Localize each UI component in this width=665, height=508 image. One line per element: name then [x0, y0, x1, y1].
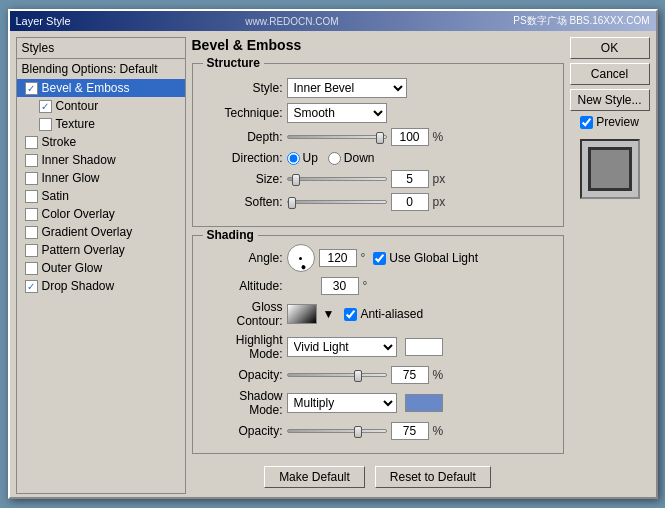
highlight-opacity-slider[interactable]	[287, 373, 387, 377]
technique-label: Technique:	[203, 106, 283, 120]
highlight-mode-select[interactable]: Vivid Light	[287, 337, 397, 357]
checkbox-pattern-overlay[interactable]	[25, 244, 38, 257]
shadow-opacity-input[interactable]	[391, 422, 429, 440]
technique-select[interactable]: Smooth	[287, 103, 387, 123]
size-label: Size:	[203, 172, 283, 186]
sidebar-item-inner-glow[interactable]: Inner Glow	[17, 169, 185, 187]
use-global-light-label[interactable]: Use Global Light	[373, 251, 478, 265]
highlight-color-swatch[interactable]	[405, 338, 443, 356]
angle-dial[interactable]	[287, 244, 315, 272]
sidebar-label-inner-shadow: Inner Shadow	[42, 153, 116, 167]
shadow-mode-select[interactable]: Multiply	[287, 393, 397, 413]
dialog-body: Styles Blending Options: Default Bevel &…	[10, 31, 656, 500]
size-row: Size: px	[203, 170, 553, 188]
direction-radio-group: Up Down	[287, 151, 375, 165]
use-global-light-checkbox[interactable]	[373, 252, 386, 265]
gloss-dropdown-arrow[interactable]: ▼	[323, 307, 335, 321]
sidebar-item-outer-glow[interactable]: Outer Glow	[17, 259, 185, 277]
sidebar-label-contour: Contour	[56, 99, 99, 113]
left-panel: Styles Blending Options: Default Bevel &…	[16, 37, 186, 494]
gloss-contour-preview[interactable]	[287, 304, 317, 324]
highlight-opacity-row: Opacity: %	[203, 366, 553, 384]
title-bar-watermark: www.REDOCN.COM	[245, 16, 338, 27]
highlight-mode-label: Highlight Mode:	[203, 333, 283, 361]
direction-up-option[interactable]: Up	[287, 151, 318, 165]
checkbox-color-overlay[interactable]	[25, 208, 38, 221]
reset-to-default-button[interactable]: Reset to Default	[375, 466, 491, 488]
highlight-opacity-input[interactable]	[391, 366, 429, 384]
shadow-mode-row: Shadow Mode: Multiply	[203, 389, 553, 417]
size-slider[interactable]	[287, 177, 387, 181]
main-section-title: Bevel & Emboss	[192, 37, 564, 53]
sidebar-label-texture: Texture	[56, 117, 95, 131]
altitude-row: Altitude: °	[203, 277, 553, 295]
styles-label: Styles	[17, 38, 185, 59]
checkbox-inner-shadow[interactable]	[25, 154, 38, 167]
new-style-button[interactable]: New Style...	[570, 89, 650, 111]
sidebar-label-color-overlay: Color Overlay	[42, 207, 115, 221]
soften-row: Soften: px	[203, 193, 553, 211]
sidebar-item-texture[interactable]: Texture	[17, 115, 185, 133]
soften-input[interactable]	[391, 193, 429, 211]
depth-unit: %	[433, 130, 444, 144]
depth-input[interactable]	[391, 128, 429, 146]
sidebar-item-stroke[interactable]: Stroke	[17, 133, 185, 151]
direction-down-option[interactable]: Down	[328, 151, 375, 165]
sidebar-label-inner-glow: Inner Glow	[42, 171, 100, 185]
angle-unit: °	[361, 251, 366, 265]
sidebar-item-pattern-overlay[interactable]: Pattern Overlay	[17, 241, 185, 259]
angle-input[interactable]	[319, 249, 357, 267]
altitude-input[interactable]	[321, 277, 359, 295]
structure-title: Structure	[203, 56, 264, 70]
shadow-mode-label: Shadow Mode:	[203, 389, 283, 417]
checkbox-texture[interactable]	[39, 118, 52, 131]
soften-slider[interactable]	[287, 200, 387, 204]
preview-checkbox[interactable]	[580, 116, 593, 129]
direction-down-radio[interactable]	[328, 152, 341, 165]
sidebar-item-drop-shadow[interactable]: Drop Shadow	[17, 277, 185, 295]
angle-row: Angle: ° Use Global Light	[203, 244, 553, 272]
checkbox-inner-glow[interactable]	[25, 172, 38, 185]
depth-row: Depth: %	[203, 128, 553, 146]
sidebar-item-satin[interactable]: Satin	[17, 187, 185, 205]
preview-inner	[588, 147, 632, 191]
right-panel: OK Cancel New Style... Preview	[570, 37, 650, 494]
preview-checkbox-container[interactable]: Preview	[580, 115, 639, 129]
sidebar-item-bevel-emboss[interactable]: Bevel & Emboss	[17, 79, 185, 97]
shadow-opacity-slider[interactable]	[287, 429, 387, 433]
style-row: Style: Inner Bevel	[203, 78, 553, 98]
direction-up-radio[interactable]	[287, 152, 300, 165]
checkbox-gradient-overlay[interactable]	[25, 226, 38, 239]
shading-section: Shading Angle: ° Use Global Light	[192, 235, 564, 454]
sidebar-item-color-overlay[interactable]: Color Overlay	[17, 205, 185, 223]
checkbox-stroke[interactable]	[25, 136, 38, 149]
sidebar-item-inner-shadow[interactable]: Inner Shadow	[17, 151, 185, 169]
layer-list: Bevel & Emboss Contour Texture Stroke	[17, 79, 185, 493]
cancel-button[interactable]: Cancel	[570, 63, 650, 85]
checkbox-satin[interactable]	[25, 190, 38, 203]
sidebar-item-gradient-overlay[interactable]: Gradient Overlay	[17, 223, 185, 241]
technique-row: Technique: Smooth	[203, 103, 553, 123]
preview-box	[580, 139, 640, 199]
sidebar-item-contour[interactable]: Contour	[17, 97, 185, 115]
style-select[interactable]: Inner Bevel	[287, 78, 407, 98]
make-default-button[interactable]: Make Default	[264, 466, 365, 488]
checkbox-bevel-emboss[interactable]	[25, 82, 38, 95]
checkbox-drop-shadow[interactable]	[25, 280, 38, 293]
highlight-opacity-label: Opacity:	[203, 368, 283, 382]
checkbox-outer-glow[interactable]	[25, 262, 38, 275]
size-input[interactable]	[391, 170, 429, 188]
style-label: Style:	[203, 81, 283, 95]
shadow-opacity-label: Opacity:	[203, 424, 283, 438]
checkbox-contour[interactable]	[39, 100, 52, 113]
anti-aliased-label[interactable]: Anti-aliased	[344, 307, 423, 321]
bottom-buttons: Make Default Reset to Default	[192, 460, 564, 494]
anti-aliased-checkbox[interactable]	[344, 308, 357, 321]
direction-label: Direction:	[203, 151, 283, 165]
title-bar: Layer Style www.REDOCN.COM PS数字广场 BBS.16…	[10, 11, 656, 31]
title-bar-right: PS数字广场 BBS.16XXX.COM	[513, 14, 649, 28]
shadow-color-swatch[interactable]	[405, 394, 443, 412]
title-bar-left: Layer Style	[16, 15, 71, 27]
depth-slider[interactable]	[287, 135, 387, 139]
ok-button[interactable]: OK	[570, 37, 650, 59]
